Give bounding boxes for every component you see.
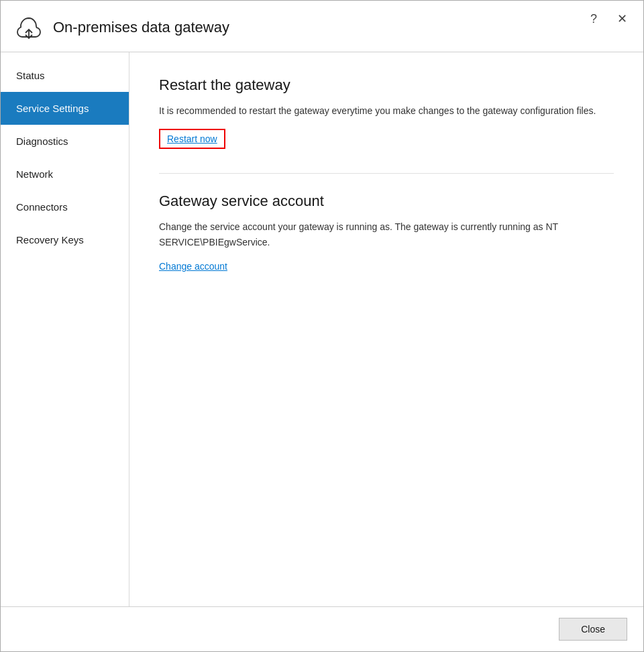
restart-description: It is recommended to restart the gateway… xyxy=(159,103,614,118)
sidebar-item-status[interactable]: Status xyxy=(1,59,129,92)
restart-now-button[interactable]: Restart now xyxy=(167,133,217,144)
sidebar-item-recovery-keys[interactable]: Recovery Keys xyxy=(1,223,129,256)
help-button[interactable]: ? xyxy=(586,11,601,26)
window-controls: ? ✕ xyxy=(586,11,631,26)
app-title: On-premises data gateway xyxy=(53,19,630,36)
account-title: Gateway service account xyxy=(159,193,614,210)
sidebar-item-diagnostics[interactable]: Diagnostics xyxy=(1,125,129,158)
title-bar: On-premises data gateway ? ✕ xyxy=(1,1,643,52)
sidebar: Status Service Settings Diagnostics Netw… xyxy=(1,52,129,606)
restart-title: Restart the gateway xyxy=(159,76,614,94)
sidebar-item-connectors[interactable]: Connectors xyxy=(1,191,129,223)
account-description: Change the service account your gateway … xyxy=(159,219,614,250)
footer: Close xyxy=(1,606,643,651)
content-area: Status Service Settings Diagnostics Netw… xyxy=(1,52,643,606)
sidebar-item-network[interactable]: Network xyxy=(1,158,129,191)
restart-section: Restart the gateway It is recommended to… xyxy=(159,76,614,149)
change-account-button[interactable]: Change account xyxy=(159,261,227,272)
restart-link-highlight: Restart now xyxy=(159,129,225,149)
close-button[interactable]: Close xyxy=(559,618,627,641)
section-divider xyxy=(159,173,614,174)
close-window-button[interactable]: ✕ xyxy=(613,11,631,26)
app-icon xyxy=(14,13,44,42)
main-panel: Restart the gateway It is recommended to… xyxy=(129,52,643,606)
sidebar-item-service-settings[interactable]: Service Settings xyxy=(1,92,129,125)
account-section: Gateway service account Change the servi… xyxy=(159,193,614,272)
app-window: On-premises data gateway ? ✕ Status Serv… xyxy=(0,0,644,652)
